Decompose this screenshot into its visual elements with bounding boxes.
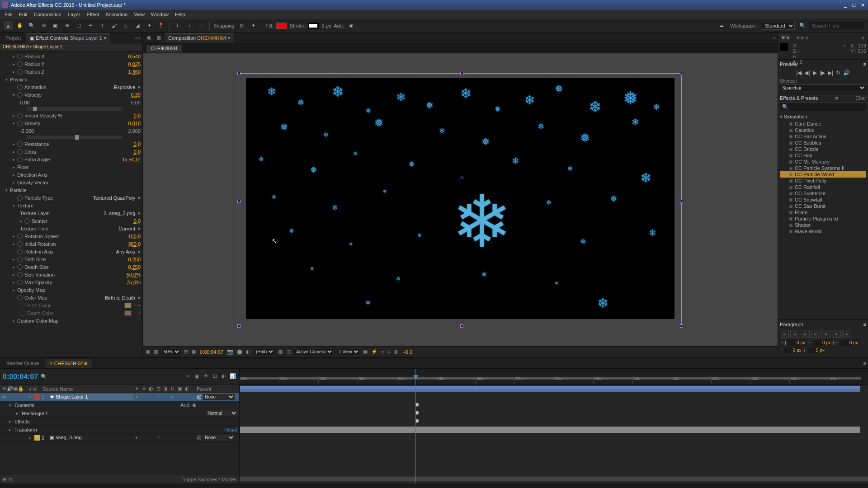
effect-item[interactable]: CC Mr. Mercury — [780, 159, 866, 165]
close-tab-icon[interactable]: × — [104, 35, 106, 41]
snapping-toggle[interactable]: ⊡ — [237, 21, 246, 30]
layer-bar-2[interactable] — [240, 426, 861, 433]
indent-first-input[interactable] — [813, 340, 831, 346]
fill-label[interactable]: Fill: — [266, 23, 274, 28]
effect-item[interactable]: CC Rainfall — [780, 184, 866, 190]
effect-item[interactable]: CC Particle Systems II — [780, 165, 866, 171]
axis-view-icon[interactable]: ⊥ — [197, 21, 206, 30]
zoom-select[interactable]: 50% — [162, 349, 180, 355]
justify-all-button[interactable]: ≡ — [842, 330, 851, 338]
parent-select[interactable]: None — [203, 394, 235, 400]
space-after-input[interactable] — [807, 347, 825, 353]
indent-left-input[interactable] — [788, 340, 806, 346]
stopwatch-icon[interactable] — [17, 54, 23, 59]
maximize-button[interactable]: □ — [850, 2, 858, 8]
tab-character[interactable]: Char — [855, 95, 866, 101]
layer-color-label[interactable] — [34, 394, 40, 400]
tab-project[interactable]: Project — [2, 33, 24, 42]
toggle-switches-icon[interactable]: ⊞ ⊡ — [3, 477, 12, 483]
draft-3d-icon[interactable]: ▣ — [193, 373, 200, 380]
comp-snapshot-icon[interactable]: ▦ — [155, 35, 163, 41]
first-frame-button[interactable]: |◀ — [796, 70, 802, 76]
gravity-slider[interactable] — [27, 136, 123, 139]
snap-edge-icon[interactable]: ✦ — [249, 21, 258, 30]
panel-menu-icon[interactable]: ≡ — [863, 361, 866, 366]
sync-icon[interactable]: ☁ — [717, 21, 726, 30]
effects-search-input[interactable] — [788, 104, 864, 109]
fast-preview-icon[interactable]: ⚡ — [371, 349, 377, 355]
exposure-reset-icon[interactable]: ◐ — [394, 349, 399, 355]
zoom-tool[interactable]: 🔍 — [27, 21, 36, 30]
menu-window[interactable]: Window — [148, 11, 171, 18]
axis-world-icon[interactable]: ⊥ — [185, 21, 194, 30]
visibility-toggle[interactable]: 👁 — [2, 394, 9, 400]
align-left-button[interactable]: ≡ — [780, 330, 789, 338]
view-select[interactable]: 1 View — [337, 349, 359, 355]
brush-tool[interactable]: 🖌 — [109, 21, 118, 30]
menu-file[interactable]: File — [2, 11, 15, 18]
effect-item[interactable]: Card Dance — [780, 121, 866, 127]
menu-edit[interactable]: Edit — [16, 11, 30, 18]
roto-tool[interactable]: ✦ — [145, 21, 154, 30]
resolution-select[interactable]: (Half) — [254, 349, 274, 355]
effect-item[interactable]: CC Star Burst — [780, 203, 866, 209]
minimize-button[interactable]: _ — [842, 2, 849, 8]
animation-dropdown[interactable]: Explosive — [114, 84, 141, 90]
pen-tool[interactable]: ✒ — [86, 21, 95, 30]
exposure-value[interactable]: +0,0 — [402, 349, 412, 355]
color-mgmt-icon[interactable]: ◐ — [246, 349, 250, 355]
velocity-slider[interactable] — [27, 107, 123, 111]
pickwhip-icon[interactable]: @ — [197, 435, 202, 440]
layer-transform[interactable]: ▸TransformReset — [0, 426, 239, 434]
time-navigator[interactable] — [240, 475, 868, 483]
viewer-timecode[interactable]: 0:00:04:07 — [200, 349, 223, 355]
roi-icon[interactable]: ▣ — [192, 349, 196, 355]
effect-item[interactable]: Wave World — [780, 228, 866, 235]
close-button[interactable]: ✕ — [859, 2, 866, 8]
effect-item[interactable]: CC Snowfall — [780, 197, 866, 203]
type-tool[interactable]: T — [98, 21, 107, 30]
camera-select[interactable]: Active Camera — [294, 349, 333, 355]
graph-editor-icon[interactable]: 📊 — [229, 373, 236, 380]
stroke-width[interactable]: 2 px — [321, 23, 331, 28]
panel-menu-icon[interactable]: ≡ — [835, 95, 838, 101]
rectangle-tool[interactable]: ▢ — [74, 21, 83, 30]
menu-layer[interactable]: Layer — [65, 11, 83, 18]
timeline-search-icon[interactable]: 🔍 — [41, 374, 47, 380]
category-simulation[interactable]: Simulation — [780, 113, 866, 121]
pan-behind-tool[interactable]: ⊕ — [62, 21, 71, 30]
workspace-select[interactable]: Standard — [761, 22, 795, 30]
play-button[interactable]: ▶ — [813, 70, 817, 76]
lock-icon[interactable]: ▣ — [30, 35, 34, 41]
stroke-label[interactable]: Stroke: — [290, 23, 306, 28]
effect-item[interactable]: CC Ball Action — [780, 133, 866, 140]
layer-contents[interactable]: ▾ContentsAdd: ◉ — [0, 401, 239, 409]
panel-menu-icon[interactable]: ≡ — [863, 322, 866, 327]
comp-lock-icon[interactable]: ▣ — [145, 35, 153, 41]
justify-left-button[interactable]: ≡ — [811, 330, 820, 338]
search-help-input[interactable] — [810, 22, 864, 29]
effect-item[interactable]: CC Scatterize — [780, 190, 866, 197]
layer-bounds[interactable]: ❄❅❄❅❄❅❄❅❄❅❄❅❄ ❅❄❅❄❅❄❅❄ ❄❅❄❅❄❅❄ ❅❄❅❄❅ ❄❅❄… — [239, 73, 682, 326]
close-tab-icon[interactable]: × — [50, 361, 54, 366]
panel-menu-icon[interactable]: ≡ — [860, 34, 866, 41]
loop-button[interactable]: ↻ — [836, 70, 840, 76]
comp-mini-flowchart-icon[interactable]: ⎆ — [184, 373, 191, 380]
layer-rectangle[interactable]: ▸Rectangle 1Normal — [0, 409, 239, 418]
pickwhip-icon[interactable]: @ — [197, 394, 202, 399]
effects-list[interactable]: Simulation Card DanceCausticsCC Ball Act… — [780, 113, 866, 318]
effect-item[interactable]: CC Pixel Polly — [780, 178, 866, 184]
reset-button[interactable]: Reset — [224, 427, 237, 432]
flowchart-tab[interactable]: СНЕЖИНКИ — [146, 45, 182, 52]
hide-shy-icon[interactable]: 👁 — [202, 373, 209, 380]
time-ruler[interactable]: 00s01s02s03s04s05s06s07s08s09s10s11s12s1… — [240, 369, 868, 385]
shortcut-select[interactable]: Spacebar — [780, 84, 866, 91]
effect-item[interactable]: Caustics — [780, 127, 866, 133]
clone-tool[interactable]: ⎌ — [121, 21, 130, 30]
tab-audio[interactable]: Audio — [795, 34, 810, 41]
layer-effects[interactable]: ▸Effects — [0, 418, 239, 426]
space-before-input[interactable] — [784, 347, 802, 353]
composition-viewer[interactable]: ❄❅❄❅❄❅❄❅❄❅❄❅❄ ❅❄❅❄❅❄❅❄ ❄❅❄❅❄❅❄ ❅❄❅❄❅ ❄❅❄… — [143, 53, 778, 346]
parent-select[interactable]: None — [203, 435, 235, 441]
show-channel-icon[interactable]: ⬤ — [237, 349, 242, 355]
